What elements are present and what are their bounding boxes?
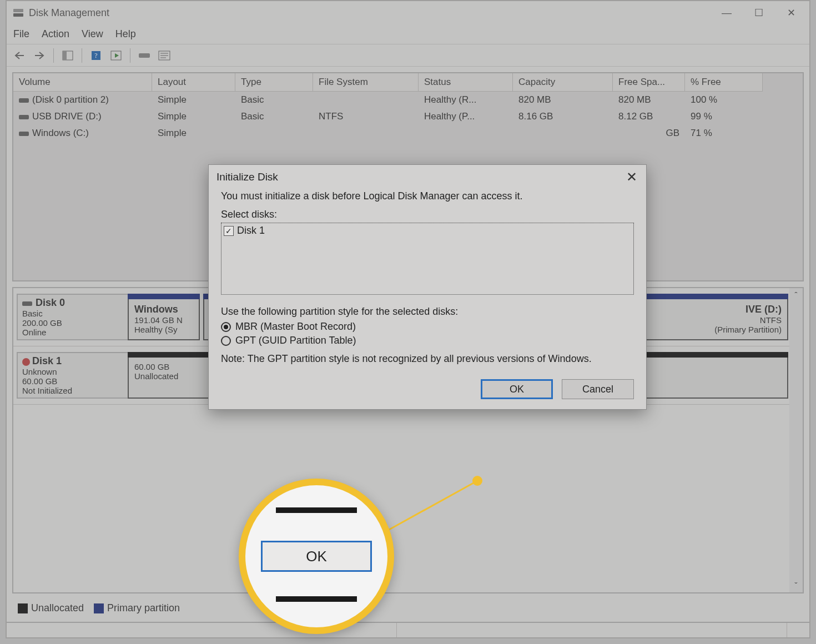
initialize-disk-dialog: Initialize Disk ✕ You must initialize a … <box>208 164 647 410</box>
radio-mbr[interactable]: MBR (Master Boot Record) <box>221 321 634 333</box>
show-hide-tree-button[interactable] <box>59 47 76 64</box>
col-type[interactable]: Type <box>235 73 313 92</box>
radio-gpt[interactable]: GPT (GUID Partition Table) <box>221 335 634 346</box>
maximize-button[interactable]: ☐ <box>743 3 775 23</box>
scroll-up-icon[interactable]: ˆ <box>795 290 798 300</box>
ok-button[interactable]: OK <box>481 379 553 399</box>
svg-text:?: ? <box>94 52 97 59</box>
window-buttons: — ☐ ✕ <box>711 3 807 23</box>
legend-swatch-unallocated <box>18 603 28 613</box>
svg-rect-3 <box>63 51 67 60</box>
scroll-down-icon[interactable]: ˇ <box>795 581 798 590</box>
partition-box[interactable]: Windows 191.04 GB N Healthy (Sy <box>128 294 200 340</box>
minimize-button[interactable]: — <box>711 3 743 23</box>
col-free[interactable]: Free Spa... <box>613 73 685 92</box>
toolbar: ? <box>7 44 809 67</box>
col-filesystem[interactable]: File System <box>313 73 419 92</box>
svg-rect-1 <box>13 9 23 12</box>
dialog-titlebar: Initialize Disk ✕ <box>209 165 646 188</box>
svg-marker-7 <box>115 53 119 58</box>
disk-item-label: Disk 1 <box>237 225 265 237</box>
scrollbar[interactable]: ˆ ˇ <box>789 288 803 592</box>
menu-file[interactable]: File <box>13 28 29 40</box>
callout-highlight: OK <box>239 479 394 634</box>
callout-ok-button: OK <box>261 541 372 572</box>
table-row[interactable]: Windows (C:) Simple GB 71 % <box>13 125 803 142</box>
menu-help[interactable]: Help <box>115 28 136 40</box>
radio-icon <box>221 336 231 346</box>
statusbar <box>7 622 809 637</box>
dialog-close-button[interactable]: ✕ <box>625 170 638 184</box>
table-row[interactable]: (Disk 0 partition 2) Simple Basic Health… <box>13 92 803 108</box>
help-icon[interactable]: ? <box>88 47 104 64</box>
menu-action[interactable]: Action <box>42 28 69 40</box>
volume-icon <box>19 98 29 103</box>
disk-listbox[interactable]: ✓ Disk 1 <box>221 223 634 295</box>
volume-list-header: Volume Layout Type File System Status Ca… <box>13 73 803 92</box>
legend: Unallocated Primary partition <box>12 599 804 620</box>
table-row[interactable]: USB DRIVE (D:) Simple Basic NTFS Healthy… <box>13 108 803 125</box>
partition-style-label: Use the following partition style for th… <box>221 306 634 318</box>
disk-icon[interactable] <box>136 47 153 64</box>
window-title: Disk Management <box>29 7 711 19</box>
error-icon <box>22 358 30 366</box>
refresh-button[interactable] <box>108 47 124 64</box>
titlebar: Disk Management — ☐ ✕ <box>7 1 809 24</box>
list-item[interactable]: ✓ Disk 1 <box>224 225 631 237</box>
col-capacity[interactable]: Capacity <box>513 73 613 92</box>
legend-swatch-primary <box>94 603 104 613</box>
dialog-buttons: OK Cancel <box>209 374 646 409</box>
back-button[interactable] <box>11 47 28 64</box>
dialog-instruction: You must initialize a disk before Logica… <box>221 190 634 202</box>
radio-icon <box>221 322 231 332</box>
menu-view[interactable]: View <box>82 28 103 40</box>
col-pctfree[interactable]: % Free <box>685 73 763 92</box>
disk-label: Disk 0 Basic 200.00 GB Online <box>17 294 128 340</box>
disk-label: Disk 1 Unknown 60.00 GB Not Initialized <box>17 352 128 399</box>
dialog-title: Initialize Disk <box>216 171 278 183</box>
col-layout[interactable]: Layout <box>152 73 235 92</box>
forward-button[interactable] <box>31 47 48 64</box>
close-button[interactable]: ✕ <box>775 3 807 23</box>
menubar: File Action View Help <box>7 24 809 44</box>
app-icon <box>12 7 24 19</box>
checkbox-icon[interactable]: ✓ <box>224 226 234 236</box>
cancel-button[interactable]: Cancel <box>562 379 634 399</box>
svg-rect-0 <box>13 13 23 17</box>
col-status[interactable]: Status <box>419 73 513 92</box>
properties-icon[interactable] <box>156 47 173 64</box>
select-disks-label: Select disks: <box>221 209 634 220</box>
partition-style-note: Note: The GPT partition style is not rec… <box>221 353 598 365</box>
volume-icon <box>19 115 29 119</box>
col-volume[interactable]: Volume <box>13 73 152 92</box>
disk-glyph-icon <box>22 301 32 306</box>
volume-icon <box>19 132 29 136</box>
svg-rect-8 <box>139 53 150 58</box>
